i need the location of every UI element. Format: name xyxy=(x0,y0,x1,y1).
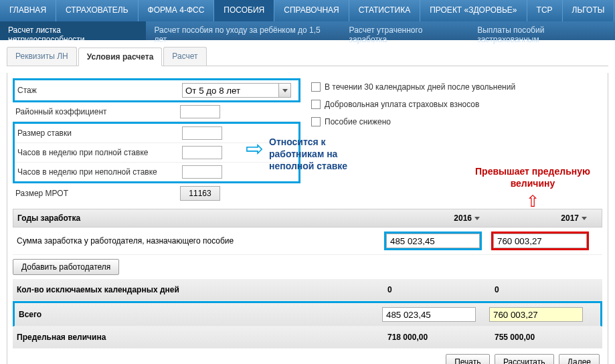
check-30days[interactable] xyxy=(311,82,321,92)
total-y1 xyxy=(382,307,476,322)
note-part-time: Относится к работникам на неполной ставк… xyxy=(269,136,369,173)
stavka-input[interactable] xyxy=(182,126,222,140)
nav-statistics[interactable]: СТАТИСТИКА xyxy=(349,0,420,21)
row-sum-employer: Сумма заработка у работодателя, назначаю… xyxy=(13,227,602,255)
raion-label: Районный коэффициент xyxy=(13,107,180,116)
year1-select[interactable]: 2016 xyxy=(454,213,472,223)
conditions-panel: Стаж Районный коэффициент Размер ставки xyxy=(7,73,608,364)
arrow-right-icon: ⇨ xyxy=(246,136,264,161)
check-voluntary[interactable] xyxy=(311,100,321,109)
subnav-lost-earnings[interactable]: Расчет утраченного заработка xyxy=(341,21,470,40)
stazh-label: Стаж xyxy=(15,86,182,95)
subnav-payments[interactable]: Выплаты пособий застрахованным xyxy=(469,21,615,40)
chevron-down-icon xyxy=(474,217,480,220)
limit-y2: 755 000,00 xyxy=(491,331,585,344)
years-header: Годы заработка 2016 2017 xyxy=(13,209,602,227)
sub-nav: Расчет листка нетрудоспособности Расчет … xyxy=(0,21,615,40)
top-nav: ГЛАВНАЯ СТРАХОВАТЕЛЬ ФОРМА 4-ФСС ПОСОБИЯ… xyxy=(0,0,615,21)
row-excluded-days: Кол-во исключаемых календарных дней 0 0 xyxy=(13,279,602,301)
nav-tsr[interactable]: ТСР xyxy=(527,0,563,21)
check-reduced[interactable] xyxy=(311,117,321,126)
limit-y1: 718 000,00 xyxy=(384,331,478,344)
chevron-down-icon xyxy=(582,217,587,220)
tab-conditions[interactable]: Условия расчета xyxy=(78,48,163,66)
row-raion: Районный коэффициент xyxy=(13,102,300,122)
next-button[interactable]: Далее xyxy=(559,354,600,364)
subnav-childcare[interactable]: Расчет пособия по уходу за ребёнком до 1… xyxy=(146,21,341,40)
sum-label: Сумма заработка у работодателя, назначаю… xyxy=(17,236,384,246)
print-button[interactable]: Печать xyxy=(446,354,489,364)
row-total: Всего xyxy=(13,301,602,327)
excl-y1: 0 xyxy=(384,283,478,296)
sum-y1-input[interactable] xyxy=(386,234,480,248)
check-reduced-label: Пособие снижено xyxy=(325,117,391,126)
tab-requisites[interactable]: Реквизиты ЛН xyxy=(7,47,77,66)
chevron-down-icon xyxy=(282,89,288,92)
hours-full-input[interactable] xyxy=(182,146,222,159)
calculate-button[interactable]: Рассчитать xyxy=(495,354,554,364)
row-mrot: Размер МРОТ 11163 xyxy=(13,183,300,203)
tab-bar: Реквизиты ЛН Условия расчета Расчет xyxy=(7,47,608,66)
hours-part-input[interactable] xyxy=(182,165,222,179)
stavka-label: Размер ставки xyxy=(15,128,182,138)
row-limit: Предельная величина 718 000,00 755 000,0… xyxy=(13,327,602,349)
arrow-up-icon: ⇧ xyxy=(466,192,600,211)
tab-calculation[interactable]: Расчет xyxy=(163,47,206,66)
sum-y2-input[interactable] xyxy=(493,234,587,248)
nav-form4fss[interactable]: ФОРМА 4-ФСС xyxy=(139,0,215,21)
check-30days-label: В течении 30 календарных дней после увол… xyxy=(325,82,515,92)
nav-reference[interactable]: СПРАВОЧНАЯ xyxy=(274,0,349,21)
excl-y2: 0 xyxy=(491,283,585,296)
note-exceeds: Превышает предельную величину xyxy=(466,165,600,189)
check-voluntary-label: Добровольная уплата страховых взносов xyxy=(325,100,479,109)
mrot-value: 11163 xyxy=(180,186,220,201)
years-header-label: Годы заработка xyxy=(17,213,383,223)
add-employer-button[interactable]: Добавить работодателя xyxy=(13,259,119,275)
row-stazh: Стаж xyxy=(13,78,300,102)
total-y2 xyxy=(489,307,583,322)
total-label: Всего xyxy=(19,310,382,319)
subnav-sick-leave[interactable]: Расчет листка нетрудоспособности xyxy=(0,21,146,40)
hours-full-label: Часов в неделю при полной ставке xyxy=(15,148,182,157)
nav-insurer[interactable]: СТРАХОВАТЕЛЬ xyxy=(56,0,139,21)
excl-label: Кол-во исключаемых календарных дней xyxy=(17,285,384,294)
stazh-dropdown-button[interactable] xyxy=(279,83,291,98)
limit-label: Предельная величина xyxy=(17,333,384,342)
raion-input[interactable] xyxy=(180,105,220,118)
nav-lgoty[interactable]: ЛЬГОТЫ xyxy=(563,0,615,21)
nav-main[interactable]: ГЛАВНАЯ xyxy=(0,0,56,21)
mrot-label: Размер МРОТ xyxy=(13,189,180,198)
footer-buttons: Печать Рассчитать Далее xyxy=(13,349,602,364)
year2-select[interactable]: 2017 xyxy=(561,213,579,223)
hours-part-label: Часов в неделю при неполной ставке xyxy=(15,167,182,177)
stazh-select[interactable] xyxy=(182,83,279,98)
nav-health[interactable]: ПРОЕКТ «ЗДОРОВЬЕ» xyxy=(420,0,527,21)
nav-benefits[interactable]: ПОСОБИЯ xyxy=(214,0,274,21)
